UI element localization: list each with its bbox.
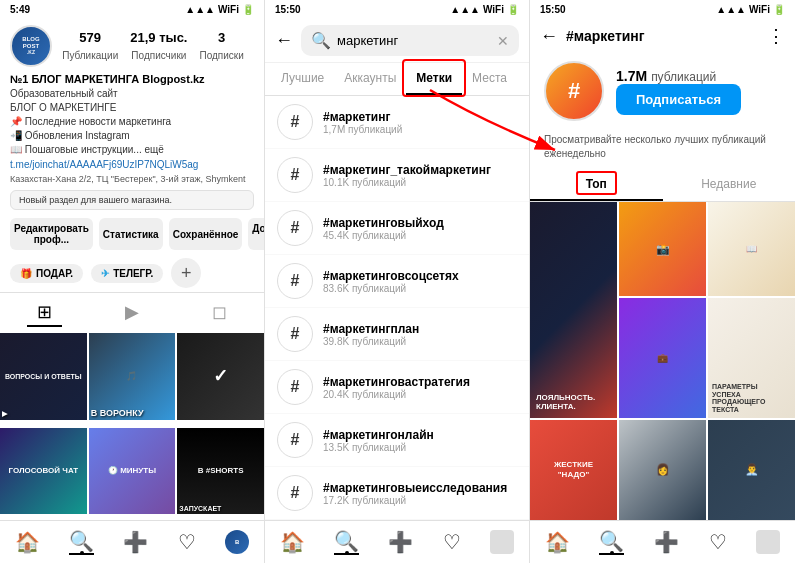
profile-links-row: 🎁 ПОДАР. ✈ ТЕЛЕГР. + [0,254,264,292]
content-tabs: Топ Недавние [530,169,795,202]
search-bar: ← 🔍 маркетинг ✕ [265,19,529,63]
add-nav-mid[interactable]: ➕ [388,530,413,554]
home-nav-mid[interactable]: 🏠 [280,530,305,554]
content-item[interactable]: 📸 [619,202,706,296]
right-panel: 15:50 ▲▲▲ WiFi 🔋 ← #маркетинг ⋮ # 1.7M п… [530,0,795,563]
hashtag-page-header: ← #маркетинг ⋮ [530,19,795,53]
profile-promo: Новый раздел для вашего магазина. [10,190,254,210]
heart-nav-left[interactable]: ♡ [178,530,196,554]
profile-username: №1 БЛОГ МАРКЕТИНГА Blogpost.kz [0,71,264,87]
content-item[interactable]: 👩 [619,420,706,520]
wifi-icon: WiFi [218,4,239,15]
list-item[interactable]: # #маркетинговастратегия 20.4K публикаци… [265,361,529,414]
gift-link[interactable]: 🎁 ПОДАР. [10,264,83,283]
battery-icon: 🔋 [242,4,254,15]
tab-akkaunty[interactable]: Аккаунты [334,63,406,95]
hashtag-icon: # [277,316,313,352]
home-nav-right[interactable]: 🏠 [545,530,570,554]
list-item[interactable]: # #маркетингонлайн 13.5K публикаций [265,414,529,467]
list-item[interactable]: # #маркетингплан 39.8K публикаций [265,308,529,361]
subs-label: Подписки [199,50,243,61]
list-item[interactable]: # #маркетинговсоцсетях 83.6K публикаций [265,255,529,308]
hashtag-count: 83.6K публикаций [323,283,517,294]
content-grid: ЛОЯЛЬНОСТЬ.КЛИЕНТА. 📸 📖 💼 [530,202,795,520]
tab-recent[interactable]: Недавние [663,169,796,201]
subscribers-stat: 21,9 тыс. Подписчики [130,30,187,63]
content-text: ЛОЯЛЬНОСТЬ.КЛИЕНТА. [536,393,595,412]
profile-nav-mid[interactable] [490,530,514,554]
heart-nav-mid[interactable]: ♡ [443,530,461,554]
content-text: ПАРАМЕТРЫУСПЕХАПРОДАЮЩЕГОТЕКСТА [712,383,765,414]
tab-luchshie[interactable]: Лучшие [271,63,334,95]
status-icons-left: ▲▲▲ WiFi 🔋 [185,4,254,15]
grid-item[interactable]: ВОПРОСЫ И ОТВЕТЫ ▶ [0,333,87,420]
tab-top[interactable]: Топ [530,169,663,201]
content-item[interactable]: 👨‍💼 [708,420,795,520]
content-item[interactable]: ЖЕСТКИЕ"НАДО" [530,420,617,520]
list-item[interactable]: # #маркетинговыеисследования 17.2K публи… [265,467,529,520]
status-icons-right: ▲▲▲ WiFi 🔋 [716,4,785,15]
home-nav-left[interactable]: 🏠 [15,530,40,554]
hashtag-name: #маркетингплан [323,322,517,336]
hashtag-stats: 1.7M публикаций Подписаться [616,68,781,115]
list-item[interactable]: # #маркетинг_такоймаркетинг 10.1K публик… [265,149,529,202]
hashtag-info: #маркетинговыеисследования 17.2K публика… [323,481,517,506]
search-nav-mid[interactable]: 🔍 [334,529,359,555]
grid-item[interactable]: B #SHORTS ЗАПУСКАЕТ [177,428,264,515]
bottom-nav-mid: 🏠 🔍 ➕ ♡ [265,520,529,563]
tab-reels[interactable]: ▶ [115,299,149,327]
clear-search-button[interactable]: ✕ [497,33,509,49]
hashtag-info: #маркетинг_такоймаркетинг 10.1K публикац… [323,163,517,188]
search-input-container[interactable]: 🔍 маркетинг ✕ [301,25,519,56]
search-nav-right[interactable]: 🔍 [599,529,624,555]
list-item[interactable]: # #маркетинговыйход 45.4K публикаций [265,202,529,255]
subscribe-button[interactable]: Подписаться [616,84,741,115]
hashtag-icon: # [277,263,313,299]
grid-item[interactable]: ГОЛОСОВОЙ ЧАТ [0,428,87,515]
signal-icon-right: ▲▲▲ [716,4,746,15]
tab-metki[interactable]: Метки [406,63,462,95]
sub-label: Подписчики [131,50,186,61]
profile-nav-right[interactable] [756,530,780,554]
tab-grid[interactable]: ⊞ [27,299,62,327]
profile-nav-left[interactable]: B [225,530,249,554]
profile-link[interactable]: t.me/joinchat/AAAAAFj69UzIP7NQLiW5ag [0,157,264,172]
add-nav-right[interactable]: ➕ [654,530,679,554]
hashtag-page-title: #маркетинг [566,28,759,44]
saved-button[interactable]: Сохранённое [169,218,243,250]
time-right: 15:50 [540,4,566,15]
hashtag-icon: # [277,475,313,511]
profile-stats: 579 Публикации 21,9 тыс. Подписчики 3 По… [52,30,254,63]
telegram-link[interactable]: ✈ ТЕЛЕГР. [91,264,163,283]
content-item[interactable]: 📖 [708,202,795,296]
back-button-right[interactable]: ← [540,26,558,47]
content-text: 👨‍💼 [745,463,759,476]
time-mid: 15:50 [275,4,301,15]
hashtag-profile-section: # 1.7M публикаций Подписаться [530,53,795,129]
heart-nav-right[interactable]: ♡ [709,530,727,554]
more-options-button[interactable]: ⋮ [767,25,785,47]
add-link-button[interactable]: + [171,258,201,288]
status-bar-mid: 15:50 ▲▲▲ WiFi 🔋 [265,0,529,19]
hashtag-name: #маркетинговастратегия [323,375,517,389]
back-arrow-button[interactable]: ← [275,30,293,51]
tab-tagged[interactable]: ◻ [202,299,237,327]
grid-item[interactable]: 🎵 В ВОРОНКУ [89,333,176,420]
content-item[interactable]: 💼 [619,298,706,418]
content-item[interactable]: ЛОЯЛЬНОСТЬ.КЛИЕНТА. [530,202,617,418]
edit-profile-button[interactable]: Редактировать проф... [10,218,93,250]
hashtag-info: #маркетинг 1,7M публикаций [323,110,517,135]
hashtag-count: 20.4K публикаций [323,389,517,400]
add-nav-left[interactable]: ➕ [123,530,148,554]
search-nav-left[interactable]: 🔍 [69,529,94,555]
content-item[interactable]: ПАРАМЕТРЫУСПЕХАПРОДАЮЩЕГОТЕКСТА [708,298,795,418]
hashtag-symbol: # [568,78,580,104]
bottom-nav-left: 🏠 🔍 ➕ ♡ B [0,520,264,563]
grid-item[interactable]: ✓ [177,333,264,420]
grid-item[interactable]: 🕐 МИНУТЫ [89,428,176,515]
tab-mesta[interactable]: Места [462,63,517,95]
status-bar-left: 5:49 ▲▲▲ WiFi 🔋 [0,0,264,19]
list-item[interactable]: # #маркетинг 1,7M публикаций [265,96,529,149]
add-more-button[interactable]: Добавить м... [248,218,265,250]
statistics-button[interactable]: Статистика [99,218,163,250]
